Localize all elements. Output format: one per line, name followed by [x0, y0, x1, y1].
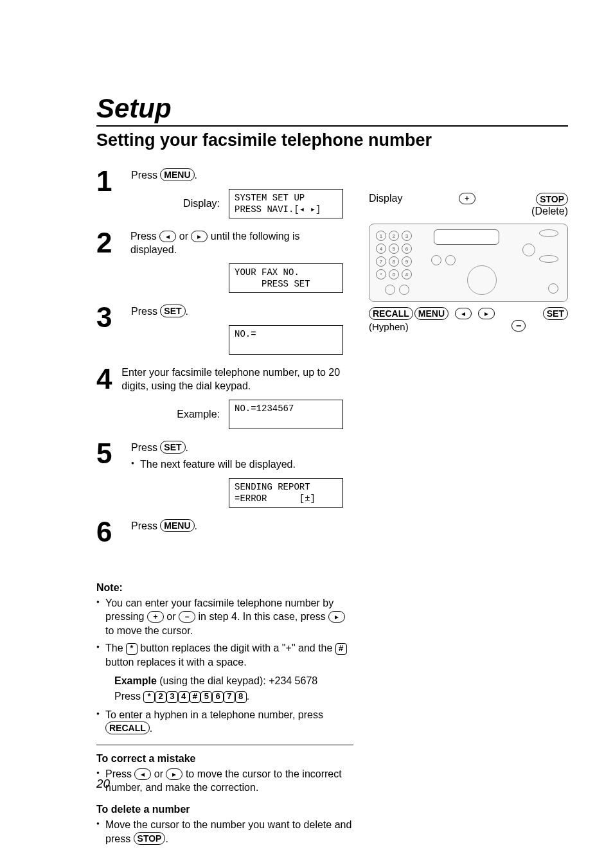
set-button-label: SET [160, 305, 185, 317]
star-key: * [126, 643, 138, 655]
step-number: 2 [96, 230, 121, 256]
text: button replaces the digit with a "+" and… [138, 642, 335, 653]
delete-number-heading: To delete a number [96, 804, 353, 815]
text: . [150, 723, 152, 734]
example-label: Example [114, 675, 157, 686]
subtitle-heading: Setting your facsimile telephone number [96, 130, 568, 150]
key-hash: # [402, 269, 412, 279]
display-label: Display [369, 193, 402, 217]
navigation-pad-icon [467, 265, 497, 295]
lcd-display: NO.= [229, 325, 343, 355]
lcd-display: SYSTEM SET UP PRESS NAVI.[◂ ▸] [229, 189, 343, 218]
button-icon [548, 283, 558, 294]
step-6: 6 Press MENU. [96, 519, 343, 545]
text: or [164, 611, 179, 622]
right-arrow-button: ▸ [191, 231, 208, 242]
correct-mistake-item: Press ◂ or ▸ to move the cursor to the i… [96, 767, 353, 795]
hash-key: # [335, 643, 347, 655]
lcd-display: NO.=1234567 [229, 400, 343, 429]
key-star: * [376, 269, 386, 279]
step-number: 5 [96, 441, 122, 466]
diagram-bottom-labels: RECALLMENU ◂ ▸ (Hyphen) − SET [369, 307, 568, 332]
stop-button-label: STOP [536, 193, 568, 206]
menu-button-label: MENU [160, 168, 194, 181]
key: 7 [224, 691, 235, 703]
text: . [165, 833, 168, 844]
step-number: 6 [96, 519, 122, 545]
press-label: Press [114, 691, 143, 702]
step-3: 3 Press SET. NO.= [96, 305, 343, 355]
key: 4 [178, 691, 190, 703]
sub-bullet: The next feature will be displayed. [131, 457, 343, 472]
diagram-top-labels: Display + STOP (Delete) [369, 193, 568, 217]
step-4: 4 Enter your facsimile telephone number,… [96, 366, 343, 429]
button-icon [431, 255, 441, 265]
title-heading: Setup [96, 93, 568, 127]
step-number: 4 [96, 366, 112, 392]
step-2: 2 Press ◂ or ▸ until the following is di… [96, 230, 343, 293]
step-1: 1 Press MENU. Display: SYSTEM SET UP PRE… [96, 168, 343, 218]
lcd-display: SENDING REPORT =ERROR [±] [229, 478, 343, 508]
button-icon [445, 255, 456, 265]
text: To enter a hyphen in a telephone number,… [105, 709, 323, 720]
key: 5 [200, 691, 212, 703]
steps-column: 1 Press MENU. Display: SYSTEM SET UP PRE… [96, 168, 343, 556]
step-number: 3 [96, 305, 122, 330]
text: . [247, 691, 249, 702]
key-5: 5 [389, 244, 399, 254]
button-icon [522, 244, 535, 256]
left-arrow-button: ◂ [159, 231, 176, 242]
page-number: 20 [96, 777, 110, 791]
plus-button: + [459, 193, 475, 204]
delete-number-item: Move the cursor to the number you want t… [96, 818, 353, 846]
device-illustration: 1 2 3 4 5 6 7 8 9 * 0 # [369, 224, 568, 302]
key: 6 [212, 691, 224, 703]
right-arrow-button: ▸ [478, 308, 495, 319]
key-1: 1 [376, 231, 386, 241]
text: . [186, 442, 188, 453]
note-item-3: To enter a hyphen in a telephone number,… [96, 708, 353, 736]
device-screen [434, 229, 499, 245]
example-text: (using the dial keypad): +234 5678 [157, 675, 317, 686]
key-4: 4 [376, 244, 386, 254]
divider [96, 745, 353, 745]
button-icon [385, 285, 395, 295]
display-label: Display: [183, 197, 220, 211]
device-diagram-column: Display + STOP (Delete) 1 2 3 4 5 6 7 [369, 168, 568, 332]
recall-button-label: RECALL [105, 722, 150, 734]
text: button replaces it with a space. [105, 657, 247, 668]
text: or [151, 768, 166, 779]
text: . [195, 520, 197, 531]
two-column-layout: 1 Press MENU. Display: SYSTEM SET UP PRE… [96, 168, 568, 556]
left-arrow-button: ◂ [134, 768, 151, 780]
text: in step 4. In this case, press [195, 611, 328, 622]
note-section: Note: You can enter your facsimile telep… [96, 582, 353, 846]
minus-button: − [511, 320, 526, 332]
step-5: 5 Press SET. The next feature will be di… [96, 441, 343, 508]
text: Enter your facsimile telephone number, u… [121, 366, 343, 393]
key-6: 6 [402, 244, 412, 254]
key-7: 7 [376, 256, 386, 267]
minus-button: − [179, 611, 195, 623]
text: to move the cursor. [105, 625, 193, 636]
key-3: 3 [402, 231, 412, 241]
note-item-1: You can enter your facsimile telephone n… [96, 596, 353, 638]
note-item-2: The * button replaces the digit with a "… [96, 641, 353, 704]
step-number: 1 [96, 168, 122, 194]
key-2: 2 [389, 231, 399, 241]
key-0: 0 [389, 269, 399, 279]
text: . [186, 306, 188, 317]
key: 2 [155, 691, 166, 703]
recall-button-label: RECALL [369, 307, 413, 320]
text: . [195, 170, 197, 181]
menu-button-label: MENU [414, 307, 449, 320]
plus-button: + [147, 611, 164, 623]
left-arrow-button: ◂ [455, 308, 472, 319]
right-arrow-button: ▸ [328, 611, 345, 623]
button-icon [399, 285, 409, 295]
stop-button-label: STOP [134, 832, 166, 845]
text: Press [130, 231, 159, 242]
text: Press [131, 170, 160, 181]
note-heading: Note: [96, 582, 353, 594]
menu-button-label: MENU [160, 519, 194, 532]
